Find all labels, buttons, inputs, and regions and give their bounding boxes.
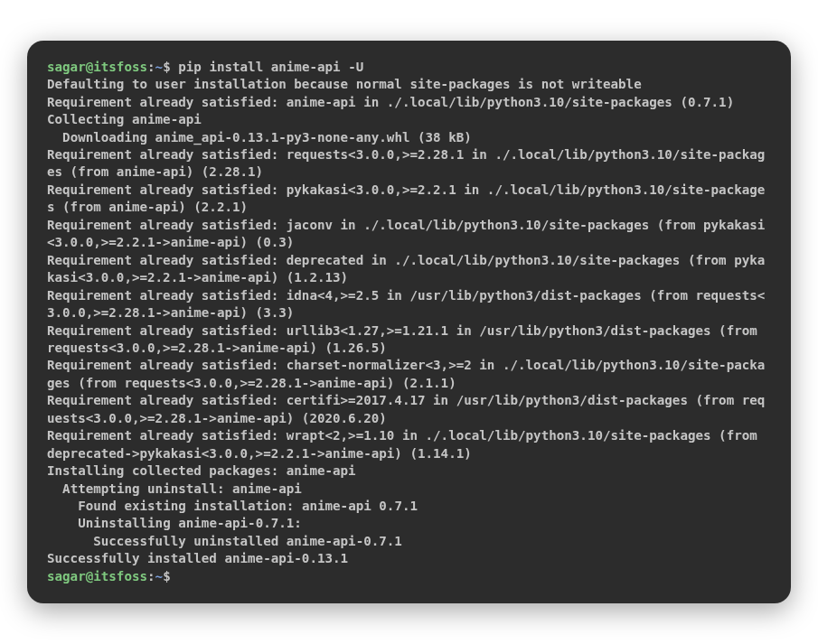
output-line: Attempting uninstall: anime-api xyxy=(47,481,302,496)
output-line: Requirement already satisfied: anime-api… xyxy=(47,95,734,109)
output-line: Downloading anime_api-0.13.1-py3-none-an… xyxy=(47,130,472,145)
output-line: Requirement already satisfied: urllib3<1… xyxy=(47,323,765,355)
output-line: Requirement already satisfied: deprecate… xyxy=(47,253,765,285)
output-line: Found existing installation: anime-api 0… xyxy=(47,499,418,513)
output-line: Uninstalling anime-api-0.7.1: xyxy=(47,516,302,530)
output-line: Requirement already satisfied: charset-n… xyxy=(47,358,765,389)
output-line: Requirement already satisfied: jaconv in… xyxy=(47,218,765,249)
prompt-path: ~ xyxy=(155,60,164,74)
prompt-dollar: $ xyxy=(163,60,178,74)
prompt-dollar: $ xyxy=(163,569,178,583)
output-line: Requirement already satisfied: pykakasi<… xyxy=(47,182,765,214)
prompt-user: sagar@itsfoss xyxy=(47,569,147,583)
output-line: Requirement already satisfied: idna<4,>=… xyxy=(47,288,765,320)
prompt-user: sagar@itsfoss xyxy=(47,60,147,74)
output-line: Requirement already satisfied: wrapt<2,>… xyxy=(47,428,765,460)
prompt-colon: : xyxy=(147,569,155,583)
output-line: Defaulting to user installation because … xyxy=(47,77,642,91)
prompt-path: ~ xyxy=(155,569,164,583)
prompt-colon: : xyxy=(147,60,155,74)
output-line: Successfully uninstalled anime-api-0.7.1 xyxy=(47,534,402,548)
output-line: Successfully installed anime-api-0.13.1 xyxy=(47,551,348,565)
output-line: Requirement already satisfied: requests<… xyxy=(47,147,765,179)
output-line: Installing collected packages: anime-api xyxy=(47,463,356,478)
output-line: Requirement already satisfied: certifi>=… xyxy=(47,393,765,425)
command-text: pip install anime-api -U xyxy=(178,60,363,74)
terminal-window: sagar@itsfoss:~$ pip install anime-api -… xyxy=(27,41,791,604)
terminal-content[interactable]: sagar@itsfoss:~$ pip install anime-api -… xyxy=(47,59,771,586)
output-line: Collecting anime-api xyxy=(47,112,202,126)
